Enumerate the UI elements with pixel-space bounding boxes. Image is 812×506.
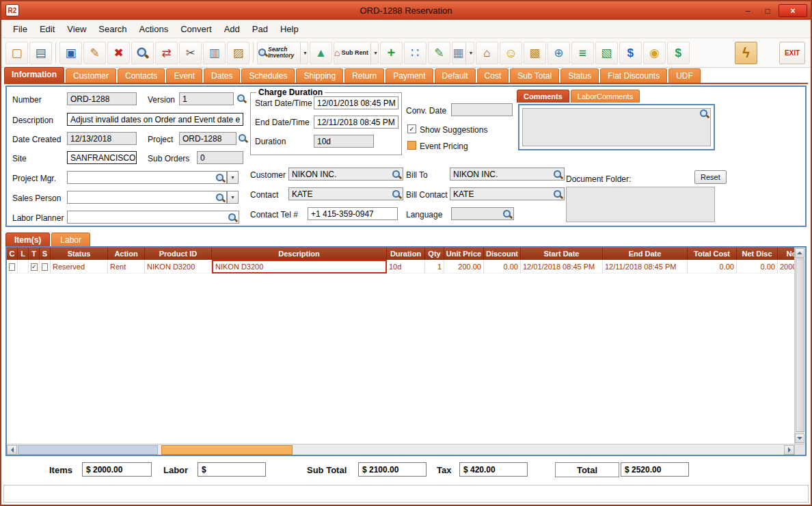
new-button[interactable]: ▢ xyxy=(5,42,28,64)
row-c-checkbox[interactable] xyxy=(9,263,15,271)
row-total-cost-cell[interactable]: 0.00 xyxy=(688,260,737,274)
catalog-button[interactable]: ≡ xyxy=(571,42,594,64)
col-header-action[interactable]: Action xyxy=(108,248,145,260)
find-button[interactable] xyxy=(131,42,154,64)
tab-udf[interactable]: UDF xyxy=(668,68,701,83)
row-description-cell[interactable]: NIKON D3200 xyxy=(212,260,387,274)
notes-button[interactable]: ▧ xyxy=(595,42,618,64)
col-header-product-id[interactable]: Product ID xyxy=(145,248,212,260)
col-header-s[interactable]: S xyxy=(40,248,51,260)
col-header-duration[interactable]: Duration xyxy=(387,248,425,260)
col-header-t[interactable]: T xyxy=(29,248,40,260)
hscroll-thumb-left-pane[interactable] xyxy=(18,445,158,455)
labor-planner-lookup-icon[interactable] xyxy=(228,213,238,223)
project-mgr-lookup-icon[interactable] xyxy=(215,173,226,183)
language-field[interactable] xyxy=(451,207,514,220)
tab-return[interactable]: Return xyxy=(344,68,384,83)
site-field[interactable]: SANFRANCISCO xyxy=(67,151,137,164)
horizontal-scrollbar[interactable] xyxy=(7,444,794,455)
col-header-unit-price[interactable]: Unit Price xyxy=(444,248,484,260)
reset-button[interactable]: Reset xyxy=(694,170,727,184)
row-product-id-cell[interactable]: NIKON D3200 xyxy=(145,260,212,274)
menu-view[interactable]: View xyxy=(61,21,92,37)
tab-labor[interactable]: Labor xyxy=(51,232,90,246)
col-header-discount[interactable]: Discount xyxy=(484,248,521,260)
date-created-field[interactable]: 12/13/2018 xyxy=(67,132,137,145)
event-pricing-checkbox[interactable] xyxy=(407,141,416,150)
sub-orders-field[interactable]: 0 xyxy=(197,151,243,164)
contact-field[interactable]: KATE xyxy=(288,187,403,200)
row-start-date-cell[interactable]: 12/01/2018 08:45 PM xyxy=(521,260,603,274)
scroll-down-button[interactable] xyxy=(795,434,804,443)
currency-button[interactable]: $ xyxy=(619,42,642,64)
row-status-cell[interactable]: Reserved xyxy=(51,260,108,274)
tab-sub-total[interactable]: Sub Total xyxy=(510,68,559,83)
row-net-disc-cell[interactable]: 0.00 xyxy=(737,260,778,274)
menu-help[interactable]: Help xyxy=(274,21,305,37)
row-end-date-cell[interactable]: 12/11/2018 08:45 PM xyxy=(603,260,688,274)
number-field[interactable]: ORD-1288 xyxy=(67,92,137,105)
menu-edit[interactable]: Edit xyxy=(33,21,61,37)
row-t-cell[interactable]: ✓ xyxy=(29,260,40,274)
bill-contact-lookup-icon[interactable] xyxy=(553,189,563,200)
conv-date-field[interactable] xyxy=(451,103,513,116)
col-header-c[interactable]: C xyxy=(7,248,18,260)
col-header-qty[interactable]: Qty xyxy=(425,248,444,260)
save-button[interactable]: ▣ xyxy=(59,42,82,64)
menu-convert[interactable]: Convert xyxy=(174,21,218,37)
customer-lookup-icon[interactable] xyxy=(392,170,402,180)
document-folder-textarea[interactable] xyxy=(566,187,715,222)
project-mgr-field[interactable] xyxy=(67,171,227,184)
delete-button[interactable]: ✖ xyxy=(107,42,130,64)
dropdown-arrow-icon[interactable]: ▼ xyxy=(370,42,378,64)
menu-add[interactable]: Add xyxy=(218,21,246,37)
duration-field[interactable]: 10d xyxy=(314,135,374,148)
cut-button[interactable]: ✂ xyxy=(179,42,202,64)
tab-status[interactable]: Status xyxy=(560,68,599,83)
hscroll-thumb-right-pane[interactable] xyxy=(161,445,293,455)
row-l-cell[interactable] xyxy=(18,260,29,274)
minimize-button[interactable]: – xyxy=(739,4,757,17)
maximize-button[interactable]: □ xyxy=(759,4,776,17)
end-datetime-field[interactable]: 12/11/2018 08:45 PM xyxy=(314,116,398,129)
globe-button[interactable]: ⊕ xyxy=(547,42,570,64)
search-inventory-button[interactable]: Search Inventory ▼ xyxy=(257,42,308,64)
scroll-up-button[interactable] xyxy=(795,248,804,258)
tab-flat-discounts[interactable]: Flat Discounts xyxy=(600,68,667,83)
coins-button[interactable]: ◉ xyxy=(643,42,666,64)
sales-person-dropdown[interactable]: ▼ xyxy=(227,191,239,204)
scroll-right-button[interactable] xyxy=(784,445,794,455)
row-qty-cell[interactable]: 1 xyxy=(425,260,444,274)
row-c-cell[interactable] xyxy=(7,260,18,274)
menu-file[interactable]: File xyxy=(7,21,33,37)
comments-lookup-icon[interactable] xyxy=(699,109,709,119)
bill-to-lookup-icon[interactable] xyxy=(553,170,563,180)
contact-tel-field[interactable]: +1 415-359-0947 xyxy=(308,207,398,220)
tab-dates[interactable]: Dates xyxy=(204,68,240,83)
menu-pad[interactable]: Pad xyxy=(246,21,274,37)
scroll-left-button[interactable] xyxy=(7,445,17,455)
row-action-cell[interactable]: Rent xyxy=(108,260,145,274)
col-header-net-disc[interactable]: Net Disc xyxy=(737,248,778,260)
col-header-l[interactable]: L xyxy=(18,248,29,260)
tab-comments[interactable]: Comments xyxy=(517,90,569,103)
tab-cost[interactable]: Cost xyxy=(477,68,509,83)
col-header-status[interactable]: Status xyxy=(51,248,108,260)
project-field[interactable]: ORD-1288 xyxy=(179,132,236,145)
project-mgr-dropdown[interactable]: ▼ xyxy=(227,171,239,184)
tab-items[interactable]: Item(s) xyxy=(5,232,50,246)
prism-button[interactable]: ▲ xyxy=(310,42,332,64)
tab-contacts[interactable]: Contacts xyxy=(118,68,165,83)
row-discount-cell[interactable]: 0.00 xyxy=(484,260,521,274)
sales-person-lookup-icon[interactable] xyxy=(215,193,226,203)
note-edit-button[interactable]: ✎ xyxy=(428,42,450,64)
labor-planner-field[interactable] xyxy=(67,211,239,224)
row-unit-price-cell[interactable]: 200.00 xyxy=(444,260,484,274)
dropdown-arrow-icon[interactable]: ▼ xyxy=(465,42,473,64)
tab-customer[interactable]: Customer xyxy=(66,68,116,83)
tab-payment[interactable]: Payment xyxy=(385,68,433,83)
paste-button[interactable]: ▨ xyxy=(227,42,249,64)
transfer-button[interactable]: ⇄ xyxy=(155,42,178,64)
sales-person-field[interactable] xyxy=(67,191,227,204)
edit-button[interactable]: ✎ xyxy=(83,42,106,64)
